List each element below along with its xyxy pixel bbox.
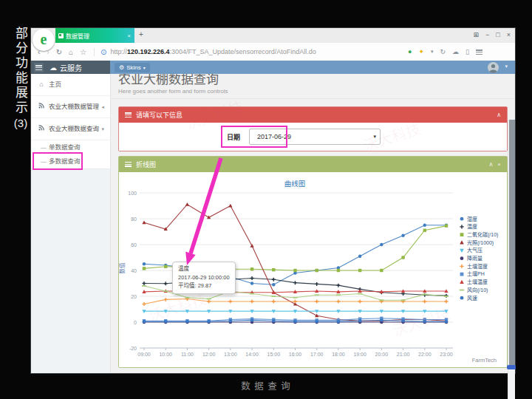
tab-close-icon[interactable]: × — [126, 33, 132, 39]
close-icon[interactable]: × — [507, 32, 511, 38]
tab-title: 数据管理 — [66, 32, 126, 40]
svg-text:-20: -20 — [129, 346, 137, 351]
home-icon: ⌂ — [38, 74, 45, 95]
maximize-icon[interactable]: □ — [496, 32, 499, 38]
svg-text:23:00: 23:00 — [440, 352, 453, 357]
svg-text:17:00: 17:00 — [310, 352, 324, 357]
pin-window-icon[interactable]: ⊞ — [473, 32, 479, 38]
browser-menu-icon[interactable] — [476, 50, 482, 55]
slide-side-label-number: (3) — [10, 117, 31, 129]
slide-side-label: 部分功能展示 — [10, 27, 30, 115]
slide-caption: 数 据 查 询 — [0, 378, 532, 392]
reload-icon[interactable]: ↻ — [56, 48, 62, 56]
collapse-up-icon[interactable]: ∧ — [497, 112, 501, 118]
speed-mode-icon[interactable]: ✦ — [418, 48, 424, 55]
history-icon[interactable]: ↻ — [440, 48, 446, 55]
app-brand: ☁ 云服务 — [50, 62, 82, 73]
collapse-arrow-icon: ◂ — [101, 96, 104, 117]
favorite-star-icon[interactable]: ☆ — [80, 48, 86, 56]
address-input[interactable]: ⊙ http://120.192.226.4:3004/FT_SA_Update… — [94, 48, 374, 56]
svg-text:15:00: 15:00 — [267, 352, 281, 357]
chart-panel-body: -2002040608010009:0010:0011:0012:0013:00… — [119, 172, 507, 367]
main-content: 农业大棚数据查询 Here goes another form and form… — [111, 74, 515, 373]
select-caret-icon: ▾ — [374, 134, 377, 140]
chart-tooltip: 温度 2017-06-29 10:00:00 平均值: 29.87 — [172, 262, 236, 294]
skins-caret-icon: ▾ — [143, 65, 146, 70]
sidebar-item-home[interactable]: ⌂ 主页 — [31, 74, 110, 96]
side-promo-badge[interactable] — [507, 365, 516, 369]
chart-credit: FarmTech — [472, 357, 497, 364]
svg-text:光照(/1000): 光照(/1000) — [467, 239, 494, 246]
home-icon[interactable]: ⌂ — [69, 48, 73, 56]
browser-logo-icon[interactable]: e — [33, 29, 55, 51]
tab-favicon-icon — [58, 33, 64, 38]
form-panel-header: 请填写以下信息 ∧ — [119, 107, 507, 123]
svg-text:40: 40 — [131, 268, 137, 273]
security-shield-icon[interactable]: ● — [408, 48, 412, 55]
url-bar: ‹ › ↻ ⌂ ☆ ⊙ http://120.192.226.4:3004/FT… — [31, 43, 515, 61]
svg-text:20:00: 20:00 — [375, 352, 389, 357]
minimize-icon[interactable]: − — [485, 32, 489, 38]
scrollbar[interactable]: ▾ — [508, 120, 515, 399]
scrollbar-thumb[interactable] — [509, 120, 515, 365]
url-host: 120.192.226.4 — [127, 48, 170, 55]
svg-text:降雨量: 降雨量 — [467, 255, 482, 262]
svg-text:10:00: 10:00 — [159, 352, 172, 357]
url-bar-actions: ● ✦ ▾ ↻ ☁ ▯ — [408, 43, 482, 61]
rss-icon — [38, 118, 45, 140]
svg-text:12:00: 12:00 — [202, 352, 216, 357]
app-toolbar: ⚙ Skins ▾ ▾ — [110, 61, 515, 74]
sidebar-toggle-button[interactable] — [34, 63, 44, 72]
avatar-caret-icon[interactable]: ▾ — [505, 64, 508, 69]
page-title: 农业大棚数据查询 — [118, 74, 508, 87]
sidebar-item-data-management[interactable]: 农业大棚数据管理 ◂ — [31, 96, 110, 118]
svg-text:土壤湿度: 土壤湿度 — [467, 263, 488, 270]
user-avatar[interactable] — [488, 62, 499, 73]
brand-cloud-icon: ☁ — [50, 64, 57, 72]
site-globe-icon: ⊙ — [100, 48, 106, 56]
chart-panel-header: 折线图 ∧ × — [119, 157, 507, 172]
svg-text:湿度: 湿度 — [467, 216, 477, 222]
mobile-icon[interactable]: ▯ — [466, 48, 469, 55]
sidebar-filler — [31, 168, 110, 373]
browser-window: e 数据管理 × + ⊞ − □ × ‹ › ↻ ⌂ ☆ ⊙ http://12… — [31, 28, 515, 373]
skins-dropdown[interactable]: ⚙ Skins ▾ — [115, 63, 150, 72]
svg-text:温度: 温度 — [467, 223, 477, 230]
svg-text:二氧化碳(/10): 二氧化碳(/10) — [467, 231, 498, 238]
panel-bars-icon — [125, 112, 132, 117]
gear-icon: ⚙ — [119, 64, 124, 71]
svg-text:0: 0 — [134, 320, 137, 325]
sidebar-item-data-query[interactable]: 农业大棚数据查询 ▾ — [31, 118, 110, 140]
form-panel: 请填写以下信息 ∧ 日期 2017-06-29 ▾ — [118, 106, 508, 151]
brand-name: 云服务 — [60, 62, 82, 73]
svg-text:80: 80 — [131, 216, 137, 222]
mode-caret-icon[interactable]: ▾ — [431, 49, 434, 55]
svg-text:19:00: 19:00 — [353, 352, 366, 357]
tooltip-series: 温度 — [178, 265, 230, 273]
date-form-row: 日期 2017-06-29 ▾ — [119, 123, 507, 151]
svg-text:09:00: 09:00 — [137, 352, 151, 357]
expand-arrow-icon: ▾ — [101, 118, 104, 140]
svg-text:16:00: 16:00 — [289, 352, 302, 357]
browser-tab[interactable]: 数据管理 × — [55, 28, 134, 43]
page-subtitle: Here goes another form and form controls — [118, 88, 508, 95]
collapse-up-icon[interactable]: ∧ — [488, 161, 493, 168]
svg-text:土壤PH: 土壤PH — [467, 270, 485, 277]
svg-text:土壤温度: 土壤温度 — [467, 279, 488, 285]
form-panel-title: 请填写以下信息 — [136, 110, 183, 120]
rss-icon — [38, 96, 45, 117]
tooltip-value: 平均值: 29.87 — [178, 282, 230, 290]
new-tab-button[interactable]: + — [139, 31, 143, 38]
svg-text:风速: 风速 — [467, 296, 477, 301]
svg-text:20: 20 — [131, 294, 137, 299]
annotation-box-multi-query — [33, 152, 83, 170]
url-path: :3004/FT_SA_Update/sensorrecord/AtoFindA… — [170, 48, 316, 55]
svg-text:11:00: 11:00 — [181, 352, 194, 357]
panel-close-icon[interactable]: × — [497, 161, 501, 168]
skins-label: Skins — [126, 64, 141, 71]
tooltip-datetime: 2017-06-29 10:00:00 — [178, 273, 230, 282]
app-brand-zone: ☁ 云服务 — [31, 61, 110, 74]
svg-text:100: 100 — [128, 191, 137, 196]
cloud-sync-icon[interactable]: ☁ — [452, 48, 459, 55]
svg-text:风向(/10): 风向(/10) — [467, 287, 488, 293]
